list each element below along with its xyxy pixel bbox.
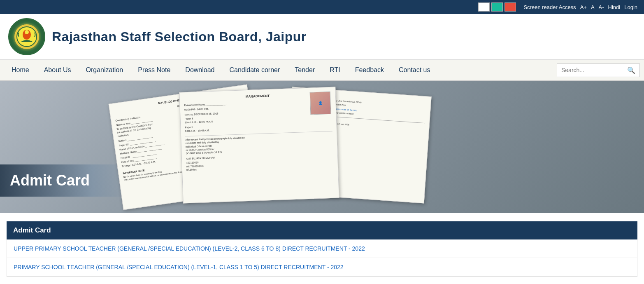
hindi-link[interactable]: Hindi [608, 4, 621, 10]
content-area: Admit Card UPPER PRIMARY SCHOOL TEACHER … [0, 213, 644, 284]
list-item: UPPER PRIMARY SCHOOL TEACHER (GENERAL /S… [7, 239, 637, 258]
nav-download[interactable]: Download [178, 60, 222, 80]
candidate-photo: 👤 [310, 92, 331, 115]
nav-press-note[interactable]: Press Note [130, 60, 178, 80]
logo-inner [14, 24, 39, 49]
top-bar: Screen reader Access A+ A A- Hindi Login [0, 0, 644, 14]
hero-text-overlay: Admit Card [0, 164, 132, 197]
site-title: Rajasthan Staff Selection Board, Jaipur [52, 29, 307, 45]
nav-tender[interactable]: Tender [287, 60, 322, 80]
hero-title: Admit Card [10, 172, 115, 189]
color-teal[interactable] [491, 2, 503, 12]
font-normal-link[interactable]: A [591, 4, 595, 10]
login-link[interactable]: Login [624, 4, 637, 10]
search-button[interactable]: 🔍 [623, 64, 639, 77]
logo-area: Rajasthan Staff Selection Board, Jaipur [8, 18, 307, 55]
navigation: Home About Us Organization Press Note Do… [0, 60, 644, 81]
font-large-link[interactable]: A+ [580, 4, 587, 10]
nav-candidate-corner[interactable]: Candidate corner [222, 60, 288, 80]
font-small-link[interactable]: A- [599, 4, 604, 10]
screen-reader-link[interactable]: Screen reader Access [523, 4, 576, 10]
color-scheme-selector [478, 2, 516, 12]
section-header: Admit Card [7, 221, 637, 239]
nav-items: Home About Us Organization Press Note Do… [4, 60, 553, 80]
color-white[interactable] [478, 2, 490, 12]
hero-banner: M.P. BHOJ OPEN UNIVERSITY (07) Coordinat… [0, 81, 644, 213]
search-input[interactable] [557, 64, 623, 76]
top-bar-links: Screen reader Access A+ A A- Hindi Login [523, 4, 637, 10]
color-red[interactable] [505, 2, 516, 12]
papers-container: M.P. BHOJ OPEN UNIVERSITY (07) Coordinat… [82, 85, 644, 213]
admit-card-paper-2: MANAGEMENT Examination Name: ___________… [179, 87, 339, 203]
admit-card-link-2[interactable]: PRIMARY SCHOOL TEACHER (GENERAL /SPECIAL… [14, 264, 344, 270]
admit-card-link-1[interactable]: UPPER PRIMARY SCHOOL TEACHER (GENERAL /S… [14, 245, 365, 252]
nav-organization[interactable]: Organization [79, 60, 131, 80]
nav-rti[interactable]: RTI [322, 60, 347, 80]
list-item: PRIMARY SCHOOL TEACHER (GENERAL /SPECIAL… [7, 258, 637, 277]
svg-point-2 [25, 30, 29, 34]
nav-feedback[interactable]: Feedback [348, 60, 391, 80]
admit-card-list: UPPER PRIMARY SCHOOL TEACHER (GENERAL /S… [7, 239, 637, 277]
search-bar: 🔍 [557, 63, 640, 77]
logo [8, 18, 45, 55]
nav-about-us[interactable]: About Us [37, 60, 79, 80]
nav-home[interactable]: Home [4, 60, 37, 80]
site-header: Rajasthan Staff Selection Board, Jaipur [0, 14, 644, 60]
nav-contact-us[interactable]: Contact us [391, 60, 437, 80]
